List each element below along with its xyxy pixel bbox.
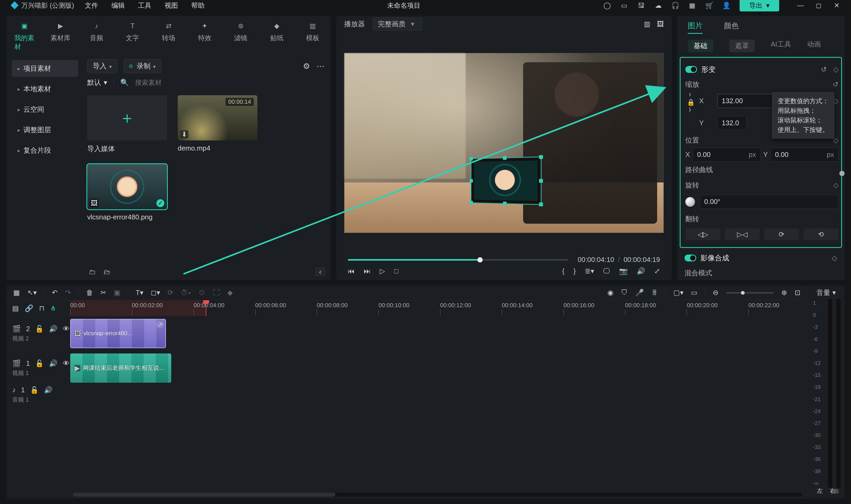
- time-ruler[interactable]: 00:0000:00:02:0000:00:04:0000:00:06:0000…: [70, 300, 808, 316]
- play-icon[interactable]: ▷: [380, 267, 385, 275]
- sidebar-item-project-media[interactable]: 项目素材: [12, 60, 78, 77]
- visibility-icon[interactable]: 👁: [63, 325, 70, 333]
- clip-link-icon[interactable]: ↗: [156, 321, 164, 328]
- cut-icon[interactable]: ✂: [101, 289, 106, 297]
- zoom-in-icon[interactable]: ⊕: [781, 289, 787, 297]
- headphone-icon[interactable]: 🎧: [671, 2, 679, 9]
- preview-canvas[interactable]: [344, 53, 664, 233]
- menu-edit[interactable]: 编辑: [111, 1, 125, 10]
- camera-icon[interactable]: 📷: [619, 267, 628, 275]
- scale-y-input[interactable]: 132.0: [717, 116, 746, 130]
- new-folder-icon[interactable]: 🗁: [104, 268, 111, 276]
- cart-icon[interactable]: 🛒: [706, 2, 713, 9]
- rotation-input[interactable]: 0.00°: [700, 195, 838, 209]
- range-icon[interactable]: ▭: [691, 289, 698, 297]
- monitor-icon[interactable]: 🖵: [603, 267, 610, 275]
- filter-icon[interactable]: ⚙: [303, 61, 310, 71]
- quality-dropdown[interactable]: 完整画质▾: [373, 18, 422, 31]
- menu-view[interactable]: 视图: [165, 1, 178, 10]
- expand-icon[interactable]: ⛶: [213, 289, 220, 297]
- tab-effect[interactable]: ✦特效: [195, 20, 215, 51]
- crop-icon[interactable]: ▣: [114, 289, 121, 297]
- folder-icon[interactable]: 🗀: [89, 268, 96, 276]
- account-icon[interactable]: 👤: [723, 2, 730, 9]
- clip-main-video[interactable]: ▶ 网课结束后老师和学生相互说…: [70, 354, 171, 383]
- mute-icon[interactable]: 🔊: [44, 386, 52, 394]
- menu-help[interactable]: 帮助: [191, 1, 204, 10]
- compare-view-icon[interactable]: ▥: [644, 20, 651, 28]
- close-icon[interactable]: ✕: [833, 2, 840, 9]
- undo-icon[interactable]: ↶: [52, 289, 58, 297]
- scrubber-handle[interactable]: [477, 257, 483, 263]
- keyframe-icon[interactable]: ◇: [832, 254, 837, 262]
- zoom-slider[interactable]: [726, 292, 774, 294]
- keyframe-icon[interactable]: ◇: [833, 181, 838, 190]
- device-icon[interactable]: ▭: [620, 2, 628, 9]
- zoom-fit-icon[interactable]: ⊡: [795, 289, 800, 297]
- mute-icon[interactable]: 🔊: [49, 325, 57, 333]
- inspector-tab-color[interactable]: 颜色: [724, 21, 739, 34]
- pos-y-input[interactable]: 0.00px: [771, 148, 838, 162]
- tab-stock[interactable]: ▶素材库: [51, 20, 71, 51]
- subtab-basic[interactable]: 基础: [688, 40, 713, 52]
- export-button[interactable]: 导出▾: [740, 0, 779, 12]
- sidebar-item-adjustment-layer[interactable]: 调整图层: [12, 122, 78, 138]
- prev-frame-icon[interactable]: ⏮: [348, 267, 355, 275]
- track-snap-icon[interactable]: ⋔: [50, 304, 56, 312]
- more-icon[interactable]: ⋯: [316, 61, 324, 71]
- reset-transform-icon[interactable]: ↺: [821, 66, 827, 74]
- marker-icon[interactable]: ▢▾: [673, 289, 684, 297]
- rotate-ccw-button[interactable]: ⟲: [803, 229, 838, 240]
- redo-icon[interactable]: ↷: [65, 289, 71, 297]
- cloud-icon[interactable]: ☁: [654, 2, 662, 9]
- sort-icon[interactable]: ≣▾: [585, 267, 594, 275]
- media-tile-demo[interactable]: 00:00:14 ⬇ demo.mp4: [178, 95, 257, 154]
- keyframe-tool-icon[interactable]: ◆: [228, 289, 233, 297]
- tab-text[interactable]: T文字: [123, 20, 143, 51]
- rotation-dial[interactable]: [685, 197, 695, 206]
- pos-x-input[interactable]: 0.00px: [692, 148, 761, 162]
- sidebar-item-cloud[interactable]: 云空间: [12, 101, 78, 118]
- subtab-ai[interactable]: AI工具: [771, 40, 791, 52]
- search-input[interactable]: [135, 79, 324, 87]
- scrubber[interactable]: [348, 259, 568, 260]
- fullscreen-icon[interactable]: ⤢: [654, 267, 660, 275]
- reset-scale-icon[interactable]: ↺: [833, 80, 838, 89]
- subtab-animation[interactable]: 动画: [807, 40, 821, 52]
- tab-my-media[interactable]: ▣我的素材: [14, 20, 35, 51]
- sidebar-item-local-media[interactable]: 本地素材: [12, 80, 78, 97]
- clip-vlcsnap[interactable]: 🖼 vlcsnap-error480… ↗: [70, 319, 166, 348]
- lock-icon[interactable]: 🔓: [35, 325, 43, 333]
- aspect-link[interactable]: 🔒: [687, 92, 695, 113]
- speed-icon[interactable]: ⏱▾: [181, 289, 191, 297]
- record-status-icon[interactable]: ◯: [603, 2, 611, 9]
- flip-horizontal-button[interactable]: ◁▷: [685, 229, 720, 240]
- track-link-icon[interactable]: 🔗: [25, 304, 33, 312]
- tab-audio[interactable]: ♪音频: [87, 20, 107, 51]
- minimize-icon[interactable]: —: [797, 2, 804, 9]
- timer-icon[interactable]: ⏲: [199, 289, 205, 297]
- snapshot-view-icon[interactable]: 🖼: [657, 20, 664, 28]
- apps-icon[interactable]: ▦: [689, 2, 696, 9]
- selection-box[interactable]: [471, 156, 541, 205]
- rotate-cw-button[interactable]: ⟳: [764, 229, 799, 240]
- flip-vertical-button[interactable]: ▷◁: [725, 229, 760, 240]
- next-frame-icon[interactable]: ⏭: [364, 267, 371, 275]
- lock-icon[interactable]: 🔓: [35, 359, 43, 367]
- media-tile-vlcsnap[interactable]: 🖼 ✓ vlcsnap-error480.png: [87, 164, 167, 221]
- import-media-tile[interactable]: ＋ 导入媒体: [87, 95, 167, 154]
- subtab-mask[interactable]: 遮罩: [729, 40, 755, 52]
- visibility-icon[interactable]: 👁: [63, 359, 70, 367]
- transform-toggle[interactable]: [685, 66, 697, 73]
- delete-icon[interactable]: 🗑: [86, 289, 93, 297]
- cursor-icon[interactable]: ↖▾: [28, 289, 37, 297]
- mic-icon[interactable]: 🎤: [635, 289, 644, 297]
- track-magnet-icon[interactable]: ⊓: [39, 304, 44, 312]
- track-header-icon-1[interactable]: ▤: [12, 304, 19, 312]
- keyframe-diamond-icon[interactable]: ◇: [833, 66, 838, 74]
- shield-icon[interactable]: ⛉: [621, 289, 628, 297]
- bracket-out-icon[interactable]: }: [573, 267, 576, 275]
- sidebar-item-compound-clip[interactable]: 复合片段: [12, 142, 78, 159]
- speaker-icon[interactable]: 🔊: [637, 267, 645, 275]
- menu-file[interactable]: 文件: [85, 1, 98, 10]
